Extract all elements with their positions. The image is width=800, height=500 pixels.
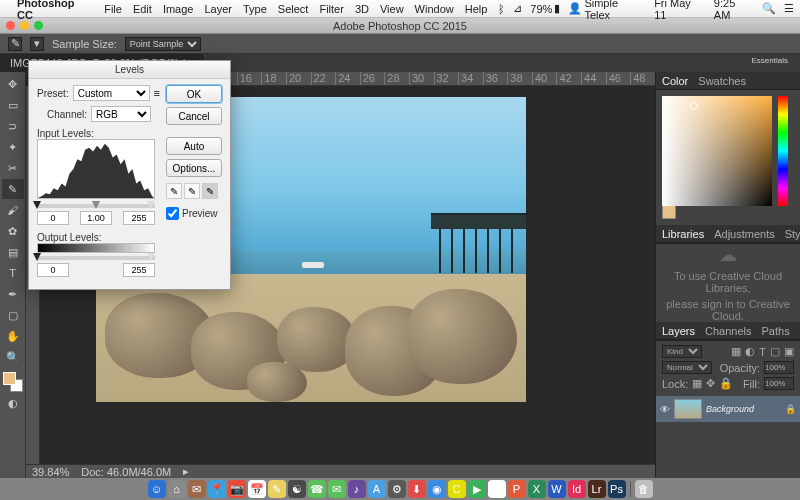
- status-menu-icon[interactable]: ▸: [183, 465, 189, 478]
- wand-tool[interactable]: ✦: [2, 137, 24, 157]
- lock-pixels-icon[interactable]: ▦: [692, 377, 702, 390]
- crop-tool[interactable]: ✂: [2, 158, 24, 178]
- dock-app-icon[interactable]: ⌂: [168, 480, 186, 498]
- eyedropper-tool[interactable]: ✎: [2, 179, 24, 199]
- tab-color[interactable]: Color: [662, 75, 688, 87]
- notification-icon[interactable]: ☰: [784, 2, 794, 15]
- cancel-button[interactable]: Cancel: [166, 107, 222, 125]
- menubar-date[interactable]: Fri May 11: [654, 0, 706, 21]
- doc-size[interactable]: Doc: 46.0M/46.0M: [81, 466, 171, 478]
- menu-window[interactable]: Window: [415, 3, 454, 15]
- dock-app-icon[interactable]: C: [448, 480, 466, 498]
- dock-app-icon[interactable]: ▶: [468, 480, 486, 498]
- ok-button[interactable]: OK: [166, 85, 222, 103]
- dock-app-icon[interactable]: ⚙: [388, 480, 406, 498]
- color-picker-field[interactable]: [662, 96, 772, 206]
- dock-app-icon[interactable]: ☺: [148, 480, 166, 498]
- menu-image[interactable]: Image: [163, 3, 194, 15]
- sample-size-select[interactable]: Point Sample: [125, 37, 201, 51]
- spotlight-icon[interactable]: 🔍: [762, 2, 776, 15]
- eyedropper-gray-icon[interactable]: ✎: [184, 183, 200, 199]
- tab-paths[interactable]: Paths: [762, 325, 790, 337]
- quickmask-tool[interactable]: ◐: [2, 393, 24, 413]
- menu-filter[interactable]: Filter: [319, 3, 343, 15]
- dock-app-icon[interactable]: ☎: [308, 480, 326, 498]
- tool-icon[interactable]: ✎: [8, 37, 22, 51]
- dock-app-icon[interactable]: W: [548, 480, 566, 498]
- filter-smart-icon[interactable]: ▣: [784, 345, 794, 358]
- dock-app-icon[interactable]: X: [528, 480, 546, 498]
- gradient-tool[interactable]: ▤: [2, 242, 24, 262]
- tab-libraries[interactable]: Libraries: [662, 228, 704, 240]
- filter-adj-icon[interactable]: ◐: [745, 345, 755, 358]
- layer-thumbnail[interactable]: [674, 399, 702, 419]
- color-swatches[interactable]: [3, 372, 23, 392]
- dock-app-icon[interactable]: ♪: [348, 480, 366, 498]
- dock-app-icon[interactable]: ☯: [288, 480, 306, 498]
- layer-row[interactable]: 👁 Background 🔒: [656, 396, 800, 422]
- fill-input[interactable]: [764, 377, 794, 390]
- type-tool[interactable]: T: [2, 263, 24, 283]
- opacity-input[interactable]: [764, 361, 794, 374]
- preset-menu-icon[interactable]: ≡: [154, 87, 160, 99]
- hue-slider[interactable]: [778, 96, 788, 206]
- dock-app-icon[interactable]: A: [368, 480, 386, 498]
- tool-preset-icon[interactable]: ▾: [30, 37, 44, 51]
- window-traffic-lights[interactable]: [6, 21, 43, 30]
- tab-adjustments[interactable]: Adjustments: [714, 228, 775, 240]
- output-slider[interactable]: [37, 253, 155, 263]
- zoom-level[interactable]: 39.84%: [32, 466, 69, 478]
- filter-shape-icon[interactable]: ▢: [770, 345, 780, 358]
- input-gamma-field[interactable]: [80, 211, 112, 225]
- menu-layer[interactable]: Layer: [204, 3, 232, 15]
- tab-swatches[interactable]: Swatches: [698, 75, 746, 87]
- marquee-tool[interactable]: ▭: [2, 95, 24, 115]
- dock-app-icon[interactable]: ◉: [428, 480, 446, 498]
- move-tool[interactable]: ✥: [2, 74, 24, 94]
- shape-tool[interactable]: ▢: [2, 305, 24, 325]
- tab-layers[interactable]: Layers: [662, 325, 695, 337]
- dock-app-icon[interactable]: 📍: [208, 480, 226, 498]
- battery-status[interactable]: 79% ▮: [530, 2, 560, 15]
- menubar-time[interactable]: 9:25 AM: [714, 0, 754, 21]
- app-name[interactable]: Photoshop CC: [17, 0, 93, 21]
- foreground-swatch[interactable]: [662, 205, 676, 219]
- tab-styles[interactable]: Styles: [785, 228, 800, 240]
- layer-kind-select[interactable]: Kind: [662, 345, 702, 358]
- tab-channels[interactable]: Channels: [705, 325, 751, 337]
- dock-app-icon[interactable]: 📅: [248, 480, 266, 498]
- user-icon[interactable]: 👤 Simple Telex: [568, 0, 646, 21]
- eyedropper-black-icon[interactable]: ✎: [166, 183, 182, 199]
- clone-tool[interactable]: ✿: [2, 221, 24, 241]
- brush-tool[interactable]: 🖌: [2, 200, 24, 220]
- workspace-switcher[interactable]: Essentials: [744, 54, 796, 67]
- blend-mode-select[interactable]: Normal: [662, 361, 712, 374]
- menu-edit[interactable]: Edit: [133, 3, 152, 15]
- dock-app-icon[interactable]: Ps: [608, 480, 626, 498]
- zoom-tool[interactable]: 🔍: [2, 347, 24, 367]
- eyedropper-white-icon[interactable]: ✎: [202, 183, 218, 199]
- dock-app-icon[interactable]: ✉: [188, 480, 206, 498]
- dock-app-icon[interactable]: ☁: [488, 480, 506, 498]
- dock-app-icon[interactable]: Id: [568, 480, 586, 498]
- filter-pixel-icon[interactable]: ▦: [731, 345, 741, 358]
- dock-app-icon[interactable]: ✉: [328, 480, 346, 498]
- dock-app-icon[interactable]: P: [508, 480, 526, 498]
- lock-position-icon[interactable]: ✥: [706, 377, 715, 390]
- lock-all-icon[interactable]: 🔒: [719, 377, 733, 390]
- preset-select[interactable]: Custom: [73, 85, 150, 101]
- output-black-field[interactable]: [37, 263, 69, 277]
- input-slider[interactable]: [37, 201, 155, 211]
- histogram[interactable]: [37, 139, 155, 199]
- dock-app-icon[interactable]: Lr: [588, 480, 606, 498]
- menu-3d[interactable]: 3D: [355, 3, 369, 15]
- input-black-field[interactable]: [37, 211, 69, 225]
- menu-select[interactable]: Select: [278, 3, 309, 15]
- dock-app-icon[interactable]: 📷: [228, 480, 246, 498]
- pen-tool[interactable]: ✒: [2, 284, 24, 304]
- lasso-tool[interactable]: ⊃: [2, 116, 24, 136]
- bluetooth-icon[interactable]: ᛒ: [498, 3, 505, 15]
- filter-type-icon[interactable]: T: [759, 346, 766, 358]
- visibility-icon[interactable]: 👁: [660, 404, 670, 415]
- menu-file[interactable]: File: [104, 3, 122, 15]
